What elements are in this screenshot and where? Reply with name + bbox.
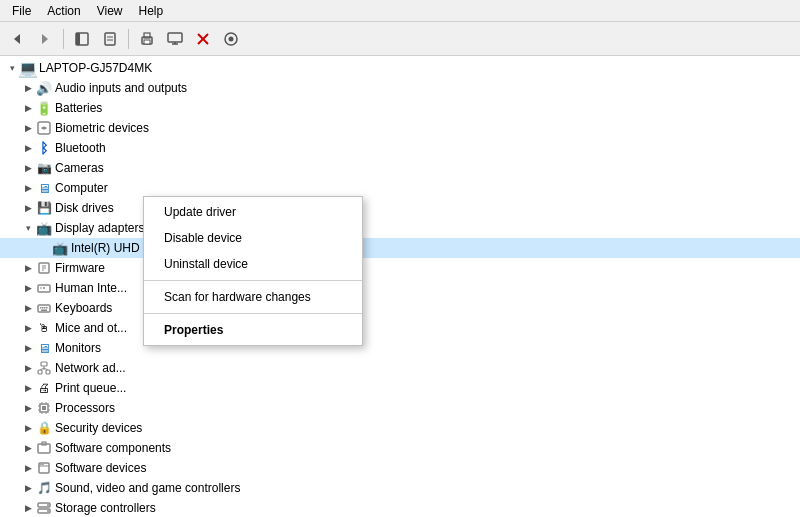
icon-batteries: 🔋 — [36, 100, 52, 116]
print-button[interactable] — [134, 26, 160, 52]
icon-intel: 📺 — [52, 240, 68, 256]
tree-item-softwaredev[interactable]: ▶ Software devices — [0, 458, 800, 478]
svg-point-53 — [42, 464, 44, 466]
icon-bluetooth: ᛒ — [36, 140, 52, 156]
expand-biometric[interactable]: ▶ — [20, 120, 36, 136]
context-menu-sep-2 — [144, 313, 362, 314]
tree-panel[interactable]: ▾ 💻 LAPTOP-GJ57D4MK ▶ 🔊 Audio inputs and… — [0, 56, 800, 517]
expand-softwarecomp[interactable]: ▶ — [20, 440, 36, 456]
icon-softwaredev — [36, 460, 52, 476]
expand-keyboards[interactable]: ▶ — [20, 300, 36, 316]
icon-display: 📺 — [36, 220, 52, 236]
icon-print: 🖨 — [36, 380, 52, 396]
expand-bluetooth[interactable]: ▶ — [20, 140, 36, 156]
menu-bar: File Action View Help — [0, 0, 800, 22]
forward-button[interactable] — [32, 26, 58, 52]
tree-item-keyboards[interactable]: ▶ Keyboards — [0, 298, 800, 318]
tree-item-softwarecomp[interactable]: ▶ Software components — [0, 438, 800, 458]
expand-human[interactable]: ▶ — [20, 280, 36, 296]
tree-item-print[interactable]: ▶ 🖨 Print queue... — [0, 378, 800, 398]
label-keyboards: Keyboards — [55, 301, 112, 315]
icon-laptop: 💻 — [20, 60, 36, 76]
icon-security: 🔒 — [36, 420, 52, 436]
update-button[interactable] — [218, 26, 244, 52]
svg-rect-34 — [46, 370, 50, 374]
label-root: LAPTOP-GJ57D4MK — [39, 61, 152, 75]
context-menu-properties[interactable]: Properties — [144, 317, 362, 343]
expand-cameras[interactable]: ▶ — [20, 160, 36, 176]
tree-item-disk[interactable]: ▶ 💾 Disk drives — [0, 198, 800, 218]
tree-item-bluetooth[interactable]: ▶ ᛒ Bluetooth — [0, 138, 800, 158]
expand-audio[interactable]: ▶ — [20, 80, 36, 96]
tree-item-computer[interactable]: ▶ 🖥 Computer — [0, 178, 800, 198]
context-menu-disable-device[interactable]: Disable device — [144, 225, 362, 251]
expand-computer[interactable]: ▶ — [20, 180, 36, 196]
icon-network — [36, 360, 52, 376]
label-security: Security devices — [55, 421, 142, 435]
properties-button[interactable] — [97, 26, 123, 52]
tree-item-security[interactable]: ▶ 🔒 Security devices — [0, 418, 800, 438]
context-menu-update-driver[interactable]: Update driver — [144, 199, 362, 225]
expand-processors[interactable]: ▶ — [20, 400, 36, 416]
menu-help[interactable]: Help — [131, 2, 172, 20]
svg-rect-31 — [41, 310, 47, 312]
expand-softwaredev[interactable]: ▶ — [20, 460, 36, 476]
expand-firmware[interactable]: ▶ — [20, 260, 36, 276]
svg-rect-28 — [42, 307, 44, 309]
label-sound: Sound, video and game controllers — [55, 481, 240, 495]
svg-rect-32 — [41, 362, 47, 366]
tree-item-processors[interactable]: ▶ Processors — [0, 398, 800, 418]
tree-item-monitors[interactable]: ▶ 🖥 Monitors — [0, 338, 800, 358]
tree-item-root[interactable]: ▾ 💻 LAPTOP-GJ57D4MK — [0, 58, 800, 78]
tree-item-sound[interactable]: ▶ 🎵 Sound, video and game controllers — [0, 478, 800, 498]
icon-keyboards — [36, 300, 52, 316]
icon-processors — [36, 400, 52, 416]
expand-monitors[interactable]: ▶ — [20, 340, 36, 356]
showhide-button[interactable] — [69, 26, 95, 52]
tree-item-network[interactable]: ▶ Network ad... — [0, 358, 800, 378]
expand-storage[interactable]: ▶ — [20, 500, 36, 516]
menu-view[interactable]: View — [89, 2, 131, 20]
tree-item-intel[interactable]: ▶ 📺 Intel(R) UHD Graphics — [0, 238, 800, 258]
expand-print[interactable]: ▶ — [20, 380, 36, 396]
svg-point-57 — [47, 510, 49, 512]
back-button[interactable] — [4, 26, 30, 52]
icon-cameras: 📷 — [36, 160, 52, 176]
svg-rect-4 — [105, 33, 115, 45]
tree-item-storage[interactable]: ▶ Storage controllers — [0, 498, 800, 517]
icon-mice: 🖱 — [36, 320, 52, 336]
expand-mice[interactable]: ▶ — [20, 320, 36, 336]
menu-file[interactable]: File — [4, 2, 39, 20]
svg-rect-3 — [76, 33, 80, 45]
context-menu: Update driver Disable device Uninstall d… — [143, 196, 363, 346]
computer-button[interactable] — [162, 26, 188, 52]
tree-item-batteries[interactable]: ▶ 🔋 Batteries — [0, 98, 800, 118]
label-monitors: Monitors — [55, 341, 101, 355]
expand-display[interactable]: ▾ — [20, 220, 36, 236]
menu-action[interactable]: Action — [39, 2, 88, 20]
label-storage: Storage controllers — [55, 501, 156, 515]
tree-item-biometric[interactable]: ▶ Biometric devices — [0, 118, 800, 138]
svg-point-16 — [229, 36, 234, 41]
context-menu-scan-hardware[interactable]: Scan for hardware changes — [144, 284, 362, 310]
expand-intel: ▶ — [36, 240, 52, 256]
tree-item-cameras[interactable]: ▶ 📷 Cameras — [0, 158, 800, 178]
expand-disk[interactable]: ▶ — [20, 200, 36, 216]
label-display: Display adapters — [55, 221, 144, 235]
label-human: Human Inte... — [55, 281, 127, 295]
expand-sound[interactable]: ▶ — [20, 480, 36, 496]
expand-security[interactable]: ▶ — [20, 420, 36, 436]
context-menu-uninstall-device[interactable]: Uninstall device — [144, 251, 362, 277]
expand-batteries[interactable]: ▶ — [20, 100, 36, 116]
delete-button[interactable] — [190, 26, 216, 52]
tree-item-audio[interactable]: ▶ 🔊 Audio inputs and outputs — [0, 78, 800, 98]
tree-item-mice[interactable]: ▶ 🖱 Mice and ot... — [0, 318, 800, 338]
toolbar-separator-2 — [128, 29, 129, 49]
tree-item-firmware[interactable]: ▶ Firmware — [0, 258, 800, 278]
tree-item-human[interactable]: ▶ Human Inte... — [0, 278, 800, 298]
expand-network[interactable]: ▶ — [20, 360, 36, 376]
tree-item-display[interactable]: ▾ 📺 Display adapters — [0, 218, 800, 238]
icon-human — [36, 280, 52, 296]
svg-marker-0 — [14, 34, 20, 44]
label-softwarecomp: Software components — [55, 441, 171, 455]
